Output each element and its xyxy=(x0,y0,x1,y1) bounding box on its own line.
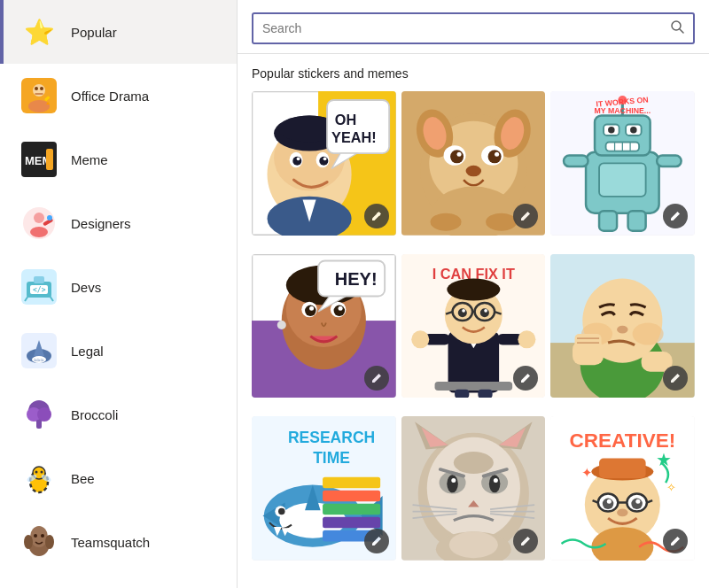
svg-point-15 xyxy=(47,215,52,220)
sidebar-label-meme: Meme xyxy=(71,152,108,167)
svg-rect-106 xyxy=(599,211,617,231)
svg-point-43 xyxy=(24,535,33,549)
sidebar-item-calamity-bert[interactable]: Calamity Bert xyxy=(0,574,237,588)
svg-point-152 xyxy=(633,322,664,344)
sticker-doge[interactable] xyxy=(401,91,546,236)
sidebar-item-meme[interactable]: MEM Meme xyxy=(0,128,237,191)
svg-point-139 xyxy=(447,278,500,300)
svg-point-187 xyxy=(489,476,501,493)
bee-icon xyxy=(19,459,58,498)
svg-rect-146 xyxy=(478,389,492,398)
svg-point-183 xyxy=(453,452,493,474)
svg-point-1 xyxy=(33,84,45,97)
sidebar: ⭐ Popular Office Drama MEM xyxy=(0,0,238,588)
sidebar-item-bee[interactable]: Bee xyxy=(0,446,237,510)
svg-point-89 xyxy=(486,213,517,231)
svg-point-138 xyxy=(484,309,487,313)
svg-point-12 xyxy=(34,213,44,223)
svg-point-121 xyxy=(277,321,286,329)
svg-rect-171 xyxy=(323,477,380,489)
svg-point-82 xyxy=(450,150,464,163)
sticker-research-time[interactable]: RESEARCH TIME xyxy=(252,416,396,561)
svg-point-86 xyxy=(465,166,481,177)
svg-text:YEAH!: YEAH! xyxy=(331,129,377,145)
svg-point-2 xyxy=(28,100,50,112)
sticker-creative[interactable]: CREATIVE! ★ ✦ ✧ xyxy=(550,416,695,561)
svg-point-88 xyxy=(430,213,461,231)
sticker-edit-btn-creative[interactable] xyxy=(663,529,688,553)
search-bar xyxy=(252,12,695,44)
sticker-grid: OH YEAH! xyxy=(238,88,709,588)
svg-point-85 xyxy=(495,152,499,157)
section-title: Popular stickers and memes xyxy=(238,54,709,88)
svg-point-137 xyxy=(462,309,465,313)
sticker-edit-btn-research-time[interactable] xyxy=(364,529,389,553)
svg-text:★: ★ xyxy=(656,451,672,470)
sidebar-label-teamsquatch: Teamsquatch xyxy=(71,535,150,550)
svg-point-64 xyxy=(297,157,300,160)
svg-text:HEY!: HEY! xyxy=(335,269,378,289)
svg-point-37 xyxy=(35,471,38,474)
sticker-grumpy-cat[interactable] xyxy=(401,416,546,561)
sticker-it-works[interactable]: IT WORKS ON MY MACHINE... xyxy=(550,91,695,236)
sidebar-item-devs[interactable]: </> Devs xyxy=(0,255,237,319)
svg-rect-145 xyxy=(455,389,469,398)
teamsquatch-icon xyxy=(19,522,58,561)
sidebar-label-designers: Designers xyxy=(71,216,131,231)
svg-rect-104 xyxy=(564,156,588,167)
svg-text:TIME: TIME xyxy=(313,449,350,467)
sidebar-item-teamsquatch[interactable]: Teamsquatch xyxy=(0,510,237,574)
svg-rect-105 xyxy=(657,156,682,167)
sticker-edit-btn-oh-yeah[interactable] xyxy=(364,204,389,228)
main-content: Popular stickers and memes xyxy=(238,0,709,588)
sticker-edit-btn-doge[interactable] xyxy=(513,204,538,228)
svg-point-200 xyxy=(448,531,497,558)
svg-rect-10 xyxy=(46,149,53,170)
svg-rect-174 xyxy=(323,517,380,529)
broccoli-icon xyxy=(19,395,58,434)
svg-text:</>: </> xyxy=(33,286,46,294)
sticker-fix-it[interactable]: I CAN FIX IT xyxy=(401,254,546,398)
sidebar-label-popular: Popular xyxy=(71,25,117,40)
svg-point-168 xyxy=(278,508,285,515)
sticker-oh-yeah[interactable]: OH YEAH! xyxy=(252,91,396,236)
svg-point-38 xyxy=(41,471,43,474)
sidebar-label-devs: Devs xyxy=(71,280,101,295)
svg-point-42 xyxy=(41,534,44,538)
svg-point-41 xyxy=(34,534,37,538)
sidebar-item-popular[interactable]: ⭐ Popular xyxy=(0,0,237,64)
svg-point-142 xyxy=(411,330,429,348)
sticker-edit-btn-it-works[interactable] xyxy=(663,204,688,228)
svg-point-218 xyxy=(617,509,628,517)
svg-rect-172 xyxy=(323,491,380,502)
designers-icon xyxy=(19,204,58,243)
svg-text:OH: OH xyxy=(335,112,356,128)
svg-point-30 xyxy=(37,407,51,422)
sidebar-item-designers[interactable]: Designers xyxy=(0,191,237,255)
svg-point-84 xyxy=(456,152,461,157)
svg-line-53 xyxy=(680,29,683,33)
search-input[interactable] xyxy=(262,21,670,35)
sidebar-label-legal: Legal xyxy=(71,344,104,359)
svg-point-119 xyxy=(309,306,314,310)
svg-point-188 xyxy=(451,478,456,483)
sidebar-item-office-drama[interactable]: Office Drama xyxy=(0,64,237,128)
svg-point-98 xyxy=(630,127,637,134)
svg-point-44 xyxy=(45,535,54,549)
svg-point-216 xyxy=(607,499,612,504)
svg-rect-173 xyxy=(323,504,380,515)
search-bar-container xyxy=(238,0,709,54)
svg-point-120 xyxy=(339,306,343,310)
svg-rect-103 xyxy=(599,163,646,197)
svg-text:✧: ✧ xyxy=(667,482,677,494)
sticker-edit-btn-hey[interactable] xyxy=(364,366,389,391)
svg-point-189 xyxy=(494,478,498,483)
sidebar-item-broccoli[interactable]: Broccoli xyxy=(0,383,237,446)
sticker-success-kid[interactable] xyxy=(550,254,695,398)
svg-text:MY MACHINE...: MY MACHINE... xyxy=(595,106,651,115)
sticker-hey[interactable]: HEY! xyxy=(252,254,396,398)
svg-rect-208 xyxy=(599,459,646,479)
svg-point-4 xyxy=(40,87,43,90)
svg-rect-31 xyxy=(36,420,42,429)
sidebar-item-legal[interactable]: ≈≈≈ Legal xyxy=(0,319,237,383)
